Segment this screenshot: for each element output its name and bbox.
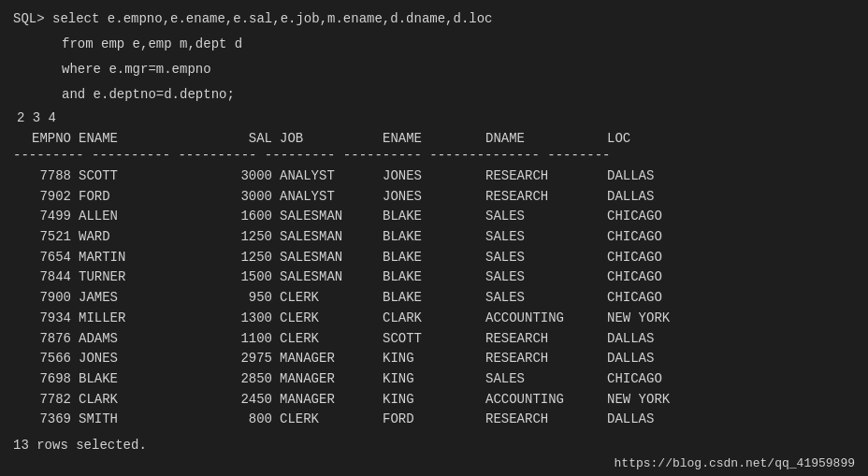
header-empno: EMPNO [13,131,79,146]
cell-empno: 7521 [13,227,79,248]
cell-dname: RESEARCH [485,329,607,350]
cell-loc: DALLAS [607,187,701,208]
sql-prompt: SQL> [13,11,45,26]
cell-sal: 1300 [228,309,280,329]
cell-empno: 7698 [13,369,79,390]
cell-sal: 1100 [228,329,280,350]
table-row: 7566JONES2975MANAGERKINGRESEARCHDALLAS [13,349,855,369]
cell-job: CLERK [280,410,383,430]
column-headers: EMPNO ENAME SAL JOB ENAME DNAME LOC [13,131,855,146]
cell-sal: 1250 [228,227,280,248]
cell-dname: ACCOUNTING [485,390,607,411]
cell-loc: CHICAGO [607,207,701,227]
cell-dname: SALES [485,227,607,248]
cell-sal: 3000 [228,166,280,187]
cell-sal: 950 [228,288,280,309]
cell-job: CLERK [280,288,383,309]
cell-empno: 7499 [13,207,79,227]
cell-ename: MILLER [79,309,228,329]
cell-loc: CHICAGO [607,288,701,309]
cell-job: MANAGER [280,390,383,411]
table-row: 7844TURNER1500SALESMANBLAKESALESCHICAGO [13,267,855,288]
header-sal: SAL [228,131,280,146]
table-row: 7788SCOTT3000ANALYSTJONESRESEARCHDALLAS [13,166,855,187]
cell-loc: DALLAS [607,410,701,430]
query-line2: from emp e,emp m,dept d [13,36,242,51]
cell-job: CLERK [280,329,383,350]
cell-dname: SALES [485,207,607,227]
cell-loc: DALLAS [607,349,701,369]
table-row: 7900JAMES950CLERKBLAKESALESCHICAGO [13,288,855,309]
cell-ename: ALLEN [79,207,228,227]
cell-ename: TURNER [79,267,228,288]
cell-empno: 7900 [13,288,79,309]
cell-dname: SALES [485,248,607,268]
cell-sal: 3000 [228,187,280,208]
results-table: EMPNO ENAME SAL JOB ENAME DNAME LOC ----… [13,131,855,430]
cell-dname: RESEARCH [485,187,607,208]
table-row: 7876ADAMS1100CLERKSCOTTRESEARCHDALLAS [13,329,855,350]
cell-job: ANALYST [280,166,383,187]
cell-empno: 7654 [13,248,79,268]
header-job: JOB [280,131,383,146]
table-row: 7902FORD3000ANALYSTJONESRESEARCHDALLAS [13,187,855,208]
cell-ename: CLARK [79,390,228,411]
cell-ename: FORD [79,187,228,208]
rows-container: 7788SCOTT3000ANALYSTJONESRESEARCHDALLAS7… [13,166,855,430]
table-row: 7782CLARK2450MANAGERKINGACCOUNTINGNEW YO… [13,390,855,411]
cell-dname: SALES [485,369,607,390]
query-line1: select e.empno,e.ename,e.sal,e.job,m.ena… [45,11,493,26]
cell-dname: RESEARCH [485,349,607,369]
header-loc: LOC [607,131,701,146]
cell-job: MANAGER [280,369,383,390]
cell-loc: CHICAGO [607,248,701,268]
query-line3-block: where e.mgr=m.empno [13,60,855,79]
table-row: 7369SMITH800CLERKFORDRESEARCHDALLAS [13,410,855,430]
cell-ename: WARD [79,227,228,248]
cell-mgr-ename: KING [383,369,485,390]
divider: --------- ---------- ---------- --------… [13,148,855,163]
table-row: 7934MILLER1300CLERKCLARKACCOUNTINGNEW YO… [13,309,855,329]
footer: 13 rows selected. [13,438,855,453]
cell-loc: DALLAS [607,166,701,187]
cell-sal: 1600 [228,207,280,227]
cell-empno: 7902 [13,187,79,208]
cell-mgr-ename: BLAKE [383,207,485,227]
cell-ename: SCOTT [79,166,228,187]
cell-empno: 7369 [13,410,79,430]
cell-ename: JONES [79,349,228,369]
cell-empno: 7566 [13,349,79,369]
table-row: 7698BLAKE2850MANAGERKINGSALESCHICAGO [13,369,855,390]
cell-job: MANAGER [280,349,383,369]
cell-ename: ADAMS [79,329,228,350]
query-line2-block: from emp e,emp m,dept d [13,35,855,54]
table-row: 7521WARD1250SALESMANBLAKESALESCHICAGO [13,227,855,248]
cell-job: SALESMAN [280,248,383,268]
cell-dname: SALES [485,267,607,288]
header-mgr-ename: ENAME [383,131,485,146]
cell-loc: CHICAGO [607,267,701,288]
cell-sal: 2450 [228,390,280,411]
cell-mgr-ename: CLARK [383,309,485,329]
cell-mgr-ename: BLAKE [383,267,485,288]
cell-job: SALESMAN [280,267,383,288]
cell-mgr-ename: JONES [383,166,485,187]
cell-empno: 7876 [13,329,79,350]
cell-dname: SALES [485,288,607,309]
table-row: 7499ALLEN1600SALESMANBLAKESALESCHICAGO [13,207,855,227]
cell-sal: 1500 [228,267,280,288]
query-line3: where e.mgr=m.empno [13,62,211,77]
cell-mgr-ename: SCOTT [383,329,485,350]
cell-loc: DALLAS [607,329,701,350]
cell-loc: CHICAGO [607,227,701,248]
query-line4: and e.deptno=d.deptno; [13,87,235,102]
cell-empno: 7934 [13,309,79,329]
cell-mgr-ename: BLAKE [383,227,485,248]
cell-loc: NEW YORK [607,390,701,411]
header-ename: ENAME [79,131,228,146]
cell-job: SALESMAN [280,207,383,227]
cell-mgr-ename: BLAKE [383,288,485,309]
table-row: 7654MARTIN1250SALESMANBLAKESALESCHICAGO [13,248,855,268]
cell-ename: MARTIN [79,248,228,268]
cell-job: CLERK [280,309,383,329]
